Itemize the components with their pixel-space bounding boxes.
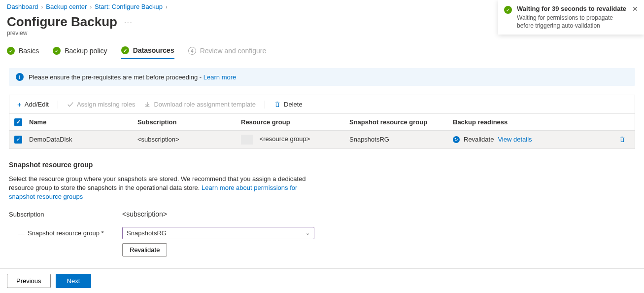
info-text: Please ensure the pre-requisites are met… <box>29 73 203 81</box>
breadcrumb-dashboard[interactable]: Dashboard <box>7 3 38 10</box>
download-template-button: Download role assignment template <box>141 100 259 109</box>
trash-icon <box>274 101 281 108</box>
revalidate-button[interactable]: Revalidate <box>122 243 167 256</box>
select-value: SnapshotsRG <box>127 229 167 237</box>
table-row[interactable]: ✓ DemoDataDisk <subscription> <resource … <box>9 131 635 148</box>
col-resource-group: Resource group <box>241 118 349 126</box>
learn-more-link[interactable]: Learn more <box>203 73 236 81</box>
success-icon: ✓ <box>504 6 512 14</box>
revalidate-icon: ↻ <box>453 136 460 143</box>
info-banner: i Please ensure the pre-requisites are m… <box>9 68 635 86</box>
col-subscription: Subscription <box>137 118 241 126</box>
step-basics[interactable]: ✓ Basics <box>7 47 39 59</box>
cell-subscription: <subscription> <box>137 136 241 143</box>
subscription-value: <subscription> <box>122 210 167 218</box>
table-toolbar: + Add/Edit Assign missing roles Download… <box>9 95 635 113</box>
step-backup-policy[interactable]: ✓ Backup policy <box>53 47 107 59</box>
assign-roles-button: Assign missing roles <box>64 100 138 109</box>
row-checkbox[interactable]: ✓ <box>14 136 22 144</box>
section-description: Select the resource group where your sna… <box>9 175 324 202</box>
wizard-footer: Previous Next <box>0 268 644 293</box>
select-all-checkbox[interactable]: ✓ <box>14 118 22 126</box>
breadcrumb-backup-center[interactable]: Backup center <box>46 3 87 10</box>
table-header-row: ✓ Name Subscription Resource group Snaps… <box>9 114 635 131</box>
download-icon <box>144 101 151 108</box>
plus-icon: + <box>17 100 22 109</box>
check-icon: ✓ <box>121 46 129 54</box>
divider <box>58 101 58 109</box>
step-number-icon: 4 <box>188 47 196 55</box>
check-icon <box>67 101 74 108</box>
cell-resource-group: <resource group> <box>241 135 349 145</box>
page-title: Configure Backup <box>7 14 117 30</box>
col-readiness: Backup readiness <box>453 118 630 126</box>
step-review: 4 Review and configure <box>188 47 267 59</box>
snapshot-rg-label: Snapshot resource group * <box>9 229 122 237</box>
check-icon: ✓ <box>7 47 15 55</box>
step-datasources[interactable]: ✓ Datasources <box>121 46 174 59</box>
wizard-steps: ✓ Basics ✓ Backup policy ✓ Datasources 4… <box>0 43 644 59</box>
close-icon[interactable]: ✕ <box>632 5 638 30</box>
step-label: Datasources <box>133 46 174 54</box>
cell-name: DemoDataDisk <box>29 136 137 143</box>
col-name: Name <box>29 118 137 126</box>
datasources-table: ✓ Name Subscription Resource group Snaps… <box>9 113 635 149</box>
notification-toast: ✓ Waiting for 39 seconds to revalidate W… <box>498 0 644 35</box>
chevron-right-icon: › <box>90 4 92 10</box>
col-snapshot-rg: Snapshot resource group <box>349 118 453 126</box>
toast-title: Waiting for 39 seconds to revalidate <box>517 5 627 12</box>
subscription-label: Subscription <box>9 211 122 218</box>
view-details-link[interactable]: View details <box>498 136 532 143</box>
trash-icon[interactable] <box>619 136 626 143</box>
divider <box>265 101 265 109</box>
step-label: Backup policy <box>65 47 107 55</box>
check-icon: ✓ <box>53 47 61 55</box>
add-edit-button[interactable]: + Add/Edit <box>14 99 52 110</box>
step-label: Review and configure <box>200 47 267 55</box>
next-button[interactable]: Next <box>56 274 92 288</box>
toast-message: Waiting for permissions to propagate bef… <box>517 14 627 30</box>
chevron-right-icon: › <box>41 4 43 10</box>
more-icon[interactable]: ··· <box>124 18 133 26</box>
tree-line-icon <box>18 222 25 234</box>
previous-button[interactable]: Previous <box>7 274 51 288</box>
step-label: Basics <box>19 47 39 55</box>
placeholder-icon <box>241 135 253 145</box>
snapshot-rg-select[interactable]: SnapshotsRG ⌄ <box>122 227 314 239</box>
chevron-right-icon: › <box>166 4 168 10</box>
breadcrumb-start-configure[interactable]: Start: Configure Backup <box>95 3 163 10</box>
delete-button[interactable]: Delete <box>271 100 305 109</box>
cell-snapshot-rg: SnapshotsRG <box>349 136 453 143</box>
info-icon: i <box>16 73 24 81</box>
revalidate-text: Revalidate <box>464 136 494 143</box>
section-title: Snapshot resource group <box>9 161 635 169</box>
chevron-down-icon: ⌄ <box>305 230 310 236</box>
